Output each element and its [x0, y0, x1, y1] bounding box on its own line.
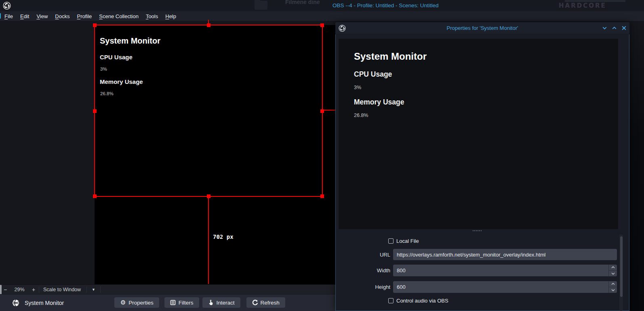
source-selection-box[interactable] [94, 25, 323, 197]
obs-main-window: Filmene dine OBS --4 - Profile: Untitled… [0, 0, 644, 311]
preview-memory-label: Memory Usage [354, 98, 404, 106]
dialog-chevron-up-icon[interactable] [611, 25, 617, 31]
selected-source-name: System Monitor [25, 300, 64, 306]
selection-handle-bottom-left[interactable] [93, 194, 97, 198]
local-file-label: Local File [396, 238, 419, 244]
width-spinbox [393, 265, 617, 276]
control-audio-label: Control audio via OBS [396, 298, 448, 304]
obs-logo-icon [3, 2, 11, 10]
dialog-close-icon[interactable] [621, 25, 627, 31]
dialog-scrollbar-thumb[interactable] [620, 236, 623, 297]
control-audio-checkbox[interactable] [388, 298, 394, 303]
menu-edit[interactable]: Edit [20, 13, 29, 19]
zoom-in-button[interactable]: + [28, 286, 39, 293]
scale-mode-dropdown-arrow[interactable]: ▼ [87, 288, 100, 292]
dialog-chevron-down-icon[interactable] [602, 25, 608, 31]
height-spinbox [393, 281, 617, 293]
window-title: OBS --4 - Profile: Untitled - Scenes: Un… [333, 2, 439, 8]
properties-dialog-title: Properties for 'System Monitor' [335, 25, 629, 31]
width-label: Width [350, 267, 390, 273]
refresh-button-label: Refresh [261, 300, 280, 306]
local-file-checkbox[interactable] [388, 238, 394, 244]
desktop-background [629, 21, 644, 311]
preview-cpu-value: 3% [354, 85, 361, 90]
menu-docks[interactable]: Docks [55, 13, 69, 19]
preview-zoom-bar: − 29% + Scale to Window ▼ [0, 284, 335, 294]
menu-scene-collection[interactable]: Scene Collection [99, 13, 139, 19]
refresh-icon [252, 300, 258, 306]
width-decrement-button[interactable] [609, 270, 617, 276]
divider [100, 286, 101, 293]
url-input[interactable] [393, 249, 617, 260]
wallpaper-folder-label: Filmene dine [285, 0, 320, 5]
menu-help[interactable]: Help [165, 13, 176, 19]
wallpaper-folder-icon [255, 1, 267, 10]
url-label: URL [350, 252, 390, 258]
wallpaper-text: HARDCORE [559, 2, 606, 9]
scale-mode-select[interactable]: Scale to Window [39, 287, 86, 292]
height-input[interactable] [393, 281, 607, 293]
refresh-button[interactable]: Refresh [246, 297, 285, 308]
selection-handle-middle-left[interactable] [93, 109, 97, 113]
width-increment-button[interactable] [609, 265, 617, 270]
distance-guide-bottom [208, 197, 209, 284]
height-decrement-button[interactable] [609, 287, 617, 293]
interact-button[interactable]: Interact [202, 297, 240, 308]
zoom-level: 29% [11, 287, 28, 292]
height-label: Height [350, 284, 390, 290]
menu-profile[interactable]: Profile [77, 13, 92, 19]
distance-guide-right [323, 110, 335, 111]
source-toolbar: System Monitor ⚙ Properties Filters Inte [0, 294, 335, 311]
selection-handle-bottom-right[interactable] [320, 194, 324, 198]
menu-bar: FileEditViewDocksProfileScene Collection… [0, 11, 644, 21]
properties-button[interactable]: ⚙ Properties [114, 297, 159, 308]
filters-button-label: Filters [179, 300, 194, 306]
hand-pointer-icon [208, 300, 214, 306]
menu-tools[interactable]: Tools [146, 13, 158, 19]
filters-button[interactable]: Filters [164, 297, 199, 308]
splitter-handle[interactable] [473, 230, 482, 231]
preview-memory-value: 26.8% [354, 113, 368, 118]
selection-handle-top-left[interactable] [93, 23, 97, 27]
gear-icon: ⚙ [120, 300, 126, 306]
distance-label: 702 px [213, 234, 234, 240]
filter-icon [170, 300, 176, 306]
height-increment-button[interactable] [609, 281, 617, 287]
preview-cpu-label: CPU Usage [354, 70, 392, 79]
interact-button-label: Interact [217, 300, 235, 306]
width-input[interactable] [393, 265, 607, 276]
window-edge-highlight [0, 13, 1, 19]
menu-file[interactable]: File [4, 13, 13, 19]
menu-view[interactable]: View [36, 13, 48, 19]
window-titlebar[interactable]: Filmene dine OBS --4 - Profile: Untitled… [0, 0, 644, 11]
browser-source-icon [12, 299, 19, 307]
distance-guide-top [208, 20, 209, 25]
preview-overlay-title: System Monitor [354, 51, 427, 62]
browser-source-preview [339, 39, 618, 229]
selection-handle-top-right[interactable] [320, 23, 324, 27]
properties-button-label: Properties [128, 300, 154, 306]
